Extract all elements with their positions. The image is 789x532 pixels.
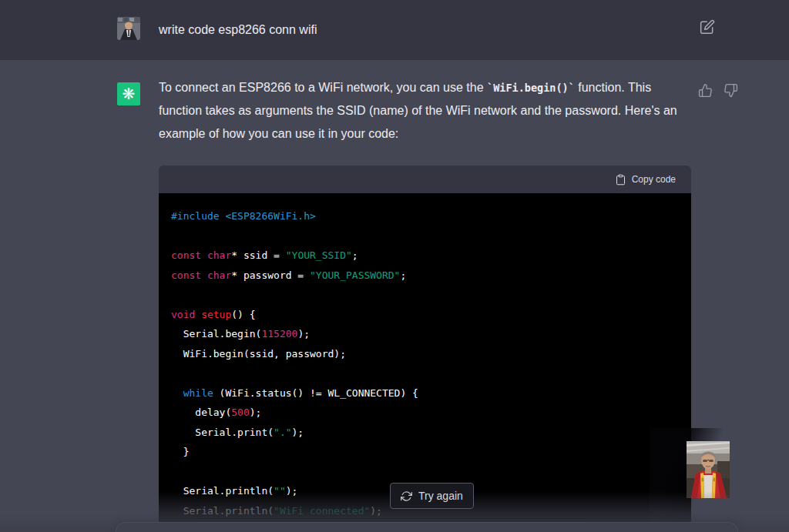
code-content: #include <ESP8266WiFi.h> const char* ssi… [159, 193, 691, 532]
code-line: Serial.print("."); [171, 423, 679, 443]
openai-logo-icon: ❋ [123, 86, 136, 102]
code-line [171, 462, 679, 482]
user-message-row: write code esp8266 conn wifi [0, 0, 789, 61]
try-again-label: Try again [418, 490, 463, 502]
feedback-buttons [697, 82, 740, 102]
thumbs-up-button[interactable] [697, 82, 714, 102]
clipboard-icon [615, 174, 626, 186]
thumbs-up-icon [698, 83, 713, 98]
chat-app-window: write code esp8266 conn wifi ❋ To connec… [0, 0, 789, 532]
code-line: const char* ssid = "YOUR_SSID"; [171, 246, 679, 266]
user-message-text: write code esp8266 conn wifi [159, 20, 317, 40]
paragraph-text: To connect an ESP8266 to a WiFi network,… [159, 81, 487, 94]
assistant-paragraph: To connect an ESP8266 to a WiFi network,… [159, 76, 687, 146]
prompt-input-box[interactable] [116, 522, 738, 532]
edit-icon [700, 19, 715, 35]
code-line: delay(500); [171, 403, 679, 423]
thumbs-down-icon [724, 83, 738, 98]
assistant-message-row: ❋ To connect an ESP8266 to a WiFi networ… [0, 60, 789, 532]
code-line [171, 363, 679, 383]
regenerate-icon [401, 490, 412, 502]
try-again-button[interactable]: Try again [390, 483, 474, 509]
edit-message-button[interactable] [698, 18, 717, 37]
code-line: Serial.begin(115200); [171, 324, 679, 344]
code-block: Copy code #include <ESP8266WiFi.h> const… [159, 166, 691, 532]
code-line: WiFi.begin(ssid, password); [171, 344, 679, 364]
code-line: } [171, 442, 679, 462]
user-avatar [117, 17, 140, 40]
inline-code: `WiFi.begin()` [487, 82, 575, 94]
code-line: const char* password = "YOUR_PASSWORD"; [171, 266, 679, 286]
user-photo-avatar [117, 17, 140, 40]
assistant-avatar: ❋ [117, 82, 140, 105]
code-line [171, 285, 679, 305]
copy-code-button[interactable]: Copy code [610, 173, 680, 186]
code-line: void setup() { [171, 305, 679, 325]
code-line: #include <ESP8266WiFi.h> [171, 206, 679, 226]
code-line: while (WiFi.status() != WL_CONNECTED) { [171, 383, 679, 403]
code-block-header: Copy code [159, 166, 691, 193]
thumbs-down-button[interactable] [722, 82, 740, 102]
code-line [171, 226, 679, 246]
copy-code-label: Copy code [632, 174, 676, 185]
